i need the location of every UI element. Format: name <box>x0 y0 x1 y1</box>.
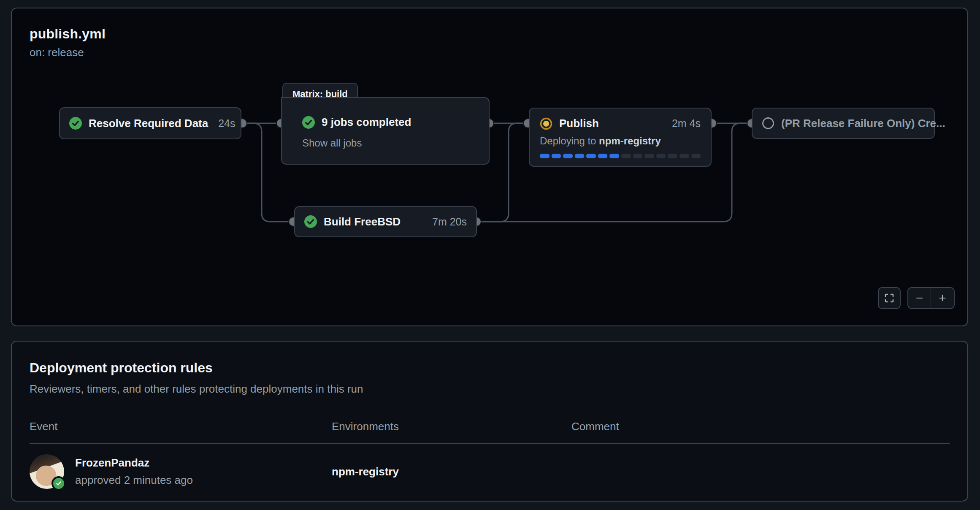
column-header-event: Event <box>30 420 332 433</box>
progress-segment <box>575 154 585 158</box>
fullscreen-icon <box>884 293 894 303</box>
progress-segment <box>540 154 550 158</box>
job-label: Build FreeBSD <box>324 215 401 228</box>
zoom-controls: − + <box>907 287 955 309</box>
success-check-icon <box>302 116 315 129</box>
workflow-graph-panel: publish.yml on: release Resolv <box>11 8 968 326</box>
job-label: Publish <box>559 117 599 130</box>
workflow-header: publish.yml on: release <box>30 26 106 59</box>
progress-segment <box>563 154 573 158</box>
show-all-jobs-link[interactable]: Show all jobs <box>302 137 479 149</box>
job-node-build-freebsd[interactable]: Build FreeBSD 7m 20s <box>294 206 477 237</box>
workflow-edges <box>12 8 969 327</box>
progress-segment <box>633 154 643 158</box>
in-progress-icon <box>540 117 552 130</box>
pending-circle-icon <box>762 117 774 130</box>
environment-name: npm-registry <box>332 465 571 478</box>
progress-segment <box>644 154 654 158</box>
event-cell: FrozenPandaz approved 2 minutes ago <box>30 454 332 489</box>
job-duration: 7m 20s <box>422 216 467 228</box>
rules-title: Deployment protection rules <box>30 360 950 376</box>
job-node-resolve-required-data[interactable]: Resolve Required Data 24s <box>59 107 241 139</box>
progress-segment <box>691 154 701 158</box>
job-duration: 24s <box>208 117 235 130</box>
avatar-wrap <box>30 454 64 489</box>
progress-segment <box>552 154 561 158</box>
zoom-out-button[interactable]: − <box>908 288 931 308</box>
job-node-publish[interactable]: Publish 2m 4s Deploying to npm-registry <box>529 108 712 167</box>
progress-segment <box>668 154 677 158</box>
approved-badge-icon <box>51 476 66 491</box>
progress-segment <box>621 154 631 158</box>
progress-segment <box>680 154 689 158</box>
job-duration: 2m 4s <box>662 117 701 130</box>
fullscreen-button[interactable] <box>878 287 901 309</box>
success-check-icon <box>304 215 317 228</box>
deploy-target: npm-registry <box>599 135 661 146</box>
job-label: (PR Release Failure Only) Cre... <box>781 117 945 130</box>
zoom-in-button[interactable]: + <box>931 288 954 308</box>
job-label: Resolve Required Data <box>89 117 208 130</box>
rules-table-header: Event Environments Comment <box>30 420 950 444</box>
rules-subtitle: Reviewers, timers, and other rules prote… <box>30 382 950 396</box>
event-text: FrozenPandaz approved 2 minutes ago <box>75 456 193 487</box>
progress-segment <box>598 154 608 158</box>
success-check-icon <box>69 117 82 130</box>
deploy-progress-bar <box>540 154 701 158</box>
job-node-pr-release-failure[interactable]: (PR Release Failure Only) Cre... <box>752 108 935 139</box>
progress-segment <box>609 154 619 158</box>
approver-username[interactable]: FrozenPandaz <box>75 456 193 469</box>
matrix-summary-label: 9 jobs completed <box>322 116 411 129</box>
table-row: FrozenPandaz approved 2 minutes ago npm-… <box>30 444 950 499</box>
deployment-protection-rules-panel: Deployment protection rules Reviewers, t… <box>11 341 968 502</box>
column-header-environments: Environments <box>332 420 571 433</box>
job-node-matrix-build[interactable]: 9 jobs completed Show all jobs <box>281 97 490 165</box>
progress-segment <box>656 154 666 158</box>
workflow-trigger: on: release <box>30 46 106 59</box>
approval-status-text: approved 2 minutes ago <box>75 474 193 487</box>
workflow-file-title: publish.yml <box>30 26 106 42</box>
column-header-comment: Comment <box>571 420 950 433</box>
progress-segment <box>586 154 596 158</box>
deploy-status-text: Deploying to npm-registry <box>540 135 701 147</box>
